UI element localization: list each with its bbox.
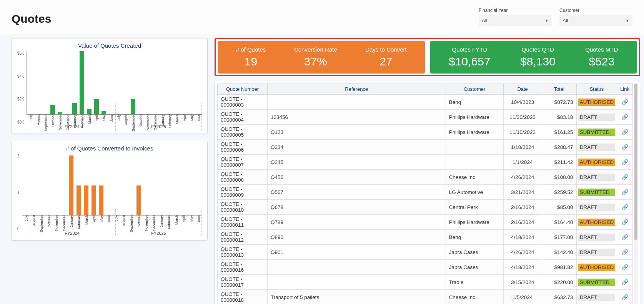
chart-value-quotes-created[interactable]: Value of Quotes Created $6K$4K$2K$0K Jul… — [12, 38, 208, 134]
column-header[interactable]: Total — [542, 84, 576, 95]
cell-link[interactable]: 🔗 — [617, 245, 633, 260]
bar-column: June — [195, 154, 202, 215]
table-row[interactable]: QUOTE - 00000018Transport of 5 palletsCh… — [218, 290, 633, 304]
y-tick: 1 — [17, 190, 20, 195]
column-header[interactable]: Link — [617, 84, 633, 95]
status-badge: DRAFT — [578, 204, 616, 211]
cell-link[interactable]: 🔗 — [617, 95, 633, 110]
link-icon: 🔗 — [622, 219, 628, 225]
cell-reference: Q345 — [268, 155, 446, 170]
table-row[interactable]: QUOTE - 00000009Q567LG Automotive3/21/20… — [218, 185, 633, 200]
table-row[interactable]: QUOTE - 00000012Q890Benq4/18/2024$177.00… — [218, 230, 633, 245]
kpi-value: $523 — [585, 55, 618, 68]
link-icon: 🔗 — [622, 159, 628, 165]
chart1-title: Value of Quotes Created — [17, 42, 202, 49]
kpi-card-orange[interactable]: # of Quotes19Conversion Rate37%Days to C… — [218, 41, 425, 73]
status-badge: SUBMITTED — [578, 129, 616, 136]
status-badge: SUBMITTED — [578, 189, 616, 196]
table-row[interactable]: QUOTE - 00000011Q789Phillips Hardware2/1… — [218, 215, 633, 230]
table-row[interactable]: QUOTE - 00000003Benq10/4/2023$872.73AUTH… — [218, 95, 633, 110]
column-header[interactable]: Customer — [446, 84, 503, 95]
kpi-card-green[interactable]: Quotes FYTD$10,657Quotes QTD$8,130Quotes… — [430, 41, 637, 73]
status-badge: DRAFT — [578, 249, 616, 256]
cell-date: 3/21/2024 — [503, 185, 542, 200]
cell-reference: Q567 — [268, 185, 446, 200]
kpi-label: # of Quotes — [236, 46, 266, 53]
cell-quote-number: QUOTE - 00000013 — [218, 245, 268, 260]
status-badge: DRAFT — [578, 114, 616, 121]
cell-reference: Q456 — [268, 170, 446, 185]
cell-link[interactable]: 🔗 — [617, 170, 633, 185]
cell-link[interactable]: 🔗 — [617, 155, 633, 170]
cell-reference: 123456 — [268, 110, 446, 125]
kpi-cell: Quotes FYTD$10,657 — [449, 46, 490, 68]
table-row[interactable]: QUOTE - 00000016Jabra Cases4/18/2024$981… — [218, 260, 633, 275]
cell-customer: Cheese Inc — [446, 170, 503, 185]
group-label: FY2024 — [29, 209, 115, 237]
table-row[interactable]: QUOTE - 00000008Q456Cheese Inc4/26/2024$… — [218, 170, 633, 185]
cell-link[interactable]: 🔗 — [617, 230, 633, 245]
cell-customer: Jabra Cases — [446, 245, 503, 260]
cell-status: DRAFT — [576, 140, 617, 155]
link-icon: 🔗 — [622, 189, 628, 195]
cell-quote-number: QUOTE - 00000016 — [218, 260, 268, 275]
table-row[interactable]: QUOTE - 00000013Q901Jabra Cases4/26/2024… — [218, 245, 633, 260]
column-header[interactable]: Status — [576, 84, 617, 95]
cell-status: AUTHORISED — [576, 95, 617, 110]
cell-date: 1/10/2024 — [503, 140, 542, 155]
kpi-value: 19 — [236, 55, 266, 68]
cell-total: $142.40 — [542, 245, 576, 260]
kpi-label: Quotes QTD — [520, 46, 556, 53]
table-scrollbar[interactable] — [634, 84, 637, 304]
cell-link[interactable]: 🔗 — [617, 140, 633, 155]
quotes-table[interactable]: Quote NumberReferenceCustomerDateTotalSt… — [217, 84, 633, 304]
cell-link[interactable]: 🔗 — [617, 200, 633, 215]
kpi-value: 37% — [294, 55, 337, 68]
bar-column: January — [68, 154, 74, 215]
cell-quote-number: QUOTE - 00000004 — [218, 110, 268, 125]
filter-customer-dropdown[interactable]: All ▼ — [559, 15, 632, 26]
table-row[interactable]: QUOTE - 00000017Tradie3/15/2024$220.00SU… — [218, 275, 633, 290]
table-row[interactable]: QUOTE - 00000004123456Phillips Hardware1… — [218, 110, 633, 125]
y-tick: $4K — [17, 74, 24, 79]
bar[interactable] — [69, 155, 73, 215]
cell-reference — [268, 275, 446, 290]
kpi-cards-highlight: # of Quotes19Conversion Rate37%Days to C… — [215, 38, 640, 76]
chart-quotes-converted[interactable]: # of Quotes Converted to Invoices 210 Ju… — [12, 141, 208, 241]
link-icon: 🔗 — [622, 204, 628, 210]
column-header[interactable]: Date — [503, 84, 542, 95]
cell-link[interactable]: 🔗 — [617, 110, 633, 125]
cell-reference: Q123 — [268, 125, 446, 140]
column-header[interactable]: Reference — [268, 84, 446, 95]
kpi-value: $8,130 — [520, 55, 556, 68]
filter-fy-dropdown[interactable]: All ▼ — [479, 15, 552, 26]
cell-link[interactable]: 🔗 — [617, 260, 633, 275]
table-row[interactable]: QUOTE - 00000005Q123Phillips Hardware11/… — [218, 125, 633, 140]
chart1-group-axis: FY2024FY2025 — [29, 124, 202, 130]
cell-customer: Tradie — [446, 275, 503, 290]
cell-customer: Jabra Cases — [446, 260, 503, 275]
cell-reference: Q234 — [268, 140, 446, 155]
cell-total: $161.25 — [542, 125, 576, 140]
cell-quote-number: QUOTE - 00000007 — [218, 155, 268, 170]
status-badge: AUTHORISED — [578, 99, 616, 106]
cell-total: $632.73 — [542, 290, 576, 304]
status-badge: AUTHORISED — [578, 264, 616, 271]
table-row[interactable]: QUOTE - 00000007Q3451/1/2024$211.42AUTHO… — [218, 155, 633, 170]
group-label: FY2025 — [115, 103, 202, 130]
cell-link[interactable]: 🔗 — [617, 125, 633, 140]
cell-status: DRAFT — [576, 230, 617, 245]
table-row[interactable]: QUOTE - 00000010Q678Central Perk2/16/202… — [218, 200, 633, 215]
cell-quote-number: QUOTE - 00000018 — [218, 290, 268, 304]
cell-link[interactable]: 🔗 — [617, 215, 633, 230]
cell-link[interactable]: 🔗 — [617, 275, 633, 290]
cell-customer: Benq — [446, 230, 503, 245]
kpi-value: $10,657 — [449, 55, 490, 68]
bar-column: May — [98, 154, 104, 215]
table-row[interactable]: QUOTE - 00000006Q2341/10/2024$288.47DRAF… — [218, 140, 633, 155]
bar-column: January — [158, 154, 164, 215]
cell-link[interactable]: 🔗 — [617, 185, 633, 200]
cell-total: $85.00 — [542, 200, 576, 215]
column-header[interactable]: Quote Number — [218, 84, 268, 95]
cell-link[interactable]: 🔗 — [617, 290, 633, 304]
